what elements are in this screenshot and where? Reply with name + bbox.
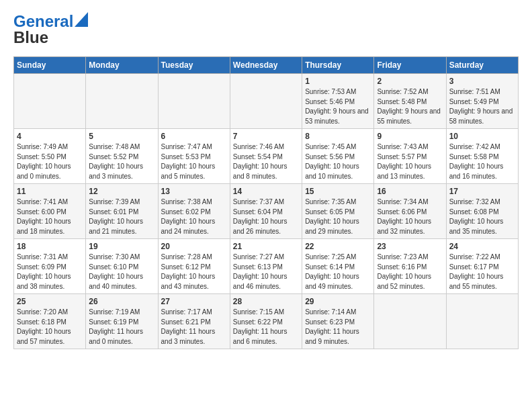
day-info: Sunrise: 7:19 AMSunset: 6:19 PMDaylight:… <box>89 308 154 347</box>
calendar-table: SundayMondayTuesdayWednesdayThursdayFrid… <box>13 56 519 349</box>
calendar-cell: 28Sunrise: 7:15 AMSunset: 6:22 PMDayligh… <box>230 294 302 349</box>
day-info: Sunrise: 7:35 AMSunset: 6:05 PMDaylight:… <box>305 197 371 236</box>
calendar-cell: 20Sunrise: 7:28 AMSunset: 6:12 PMDayligh… <box>158 239 230 294</box>
calendar-cell: 19Sunrise: 7:30 AMSunset: 6:10 PMDayligh… <box>86 239 158 294</box>
day-info: Sunrise: 7:47 AMSunset: 5:53 PMDaylight:… <box>161 142 227 181</box>
day-number: 21 <box>233 242 299 251</box>
calendar-cell: 4Sunrise: 7:49 AMSunset: 5:50 PMDaylight… <box>14 129 86 184</box>
day-info: Sunrise: 7:39 AMSunset: 6:01 PMDaylight:… <box>89 197 154 236</box>
day-info: Sunrise: 7:37 AMSunset: 6:04 PMDaylight:… <box>233 197 299 236</box>
day-info: Sunrise: 7:48 AMSunset: 5:52 PMDaylight:… <box>89 142 154 181</box>
header-day-monday: Monday <box>86 57 158 74</box>
logo-blue: Blue <box>13 28 88 47</box>
day-number: 22 <box>305 242 371 251</box>
day-number: 27 <box>161 297 227 306</box>
day-number: 10 <box>449 132 515 141</box>
day-number: 23 <box>377 242 443 251</box>
day-number: 8 <box>305 132 371 141</box>
header-day-thursday: Thursday <box>302 57 374 74</box>
day-number: 1 <box>305 77 371 86</box>
day-number: 19 <box>89 242 154 251</box>
calendar-cell: 27Sunrise: 7:17 AMSunset: 6:21 PMDayligh… <box>158 294 230 349</box>
week-row-0: 1Sunrise: 7:53 AMSunset: 5:46 PMDaylight… <box>14 74 519 129</box>
calendar-cell: 29Sunrise: 7:14 AMSunset: 6:23 PMDayligh… <box>302 294 374 349</box>
calendar-cell: 5Sunrise: 7:48 AMSunset: 5:52 PMDaylight… <box>86 129 158 184</box>
calendar-cell <box>374 294 446 349</box>
day-number: 7 <box>233 132 299 141</box>
day-info: Sunrise: 7:43 AMSunset: 5:57 PMDaylight:… <box>377 142 443 181</box>
day-info: Sunrise: 7:38 AMSunset: 6:02 PMDaylight:… <box>161 197 227 236</box>
calendar-header-row: SundayMondayTuesdayWednesdayThursdayFrid… <box>14 57 519 74</box>
day-info: Sunrise: 7:15 AMSunset: 6:22 PMDaylight:… <box>233 308 299 347</box>
calendar-cell: 1Sunrise: 7:53 AMSunset: 5:46 PMDaylight… <box>302 74 374 129</box>
calendar-cell: 15Sunrise: 7:35 AMSunset: 6:05 PMDayligh… <box>302 184 374 239</box>
day-number: 16 <box>377 187 443 196</box>
day-number: 26 <box>89 297 154 306</box>
calendar-cell: 14Sunrise: 7:37 AMSunset: 6:04 PMDayligh… <box>230 184 302 239</box>
calendar-cell: 7Sunrise: 7:46 AMSunset: 5:54 PMDaylight… <box>230 129 302 184</box>
calendar-cell <box>446 294 518 349</box>
day-number: 28 <box>233 297 299 306</box>
week-row-4: 25Sunrise: 7:20 AMSunset: 6:18 PMDayligh… <box>14 294 519 349</box>
day-number: 9 <box>377 132 443 141</box>
day-number: 2 <box>377 77 443 86</box>
day-info: Sunrise: 7:34 AMSunset: 6:06 PMDaylight:… <box>377 197 443 236</box>
day-info: Sunrise: 7:52 AMSunset: 5:48 PMDaylight:… <box>377 87 443 126</box>
header: General Blue <box>13 12 519 47</box>
day-number: 13 <box>161 187 227 196</box>
day-info: Sunrise: 7:25 AMSunset: 6:14 PMDaylight:… <box>305 253 371 291</box>
day-info: Sunrise: 7:17 AMSunset: 6:21 PMDaylight:… <box>161 308 227 347</box>
calendar-cell: 11Sunrise: 7:41 AMSunset: 6:00 PMDayligh… <box>14 184 86 239</box>
day-info: Sunrise: 7:46 AMSunset: 5:54 PMDaylight:… <box>233 142 299 181</box>
calendar-cell: 26Sunrise: 7:19 AMSunset: 6:19 PMDayligh… <box>86 294 158 349</box>
calendar-cell: 18Sunrise: 7:31 AMSunset: 6:09 PMDayligh… <box>14 239 86 294</box>
week-row-2: 11Sunrise: 7:41 AMSunset: 6:00 PMDayligh… <box>14 184 519 239</box>
week-row-1: 4Sunrise: 7:49 AMSunset: 5:50 PMDaylight… <box>14 129 519 184</box>
day-number: 18 <box>17 242 83 251</box>
day-number: 3 <box>449 77 515 86</box>
calendar-cell: 8Sunrise: 7:45 AMSunset: 5:56 PMDaylight… <box>302 129 374 184</box>
day-info: Sunrise: 7:53 AMSunset: 5:46 PMDaylight:… <box>305 87 371 126</box>
day-number: 12 <box>89 187 154 196</box>
day-info: Sunrise: 7:49 AMSunset: 5:50 PMDaylight:… <box>17 142 83 181</box>
header-day-wednesday: Wednesday <box>230 57 302 74</box>
svg-marker-0 <box>75 12 88 27</box>
day-info: Sunrise: 7:51 AMSunset: 5:49 PMDaylight:… <box>449 87 515 126</box>
calendar-cell: 16Sunrise: 7:34 AMSunset: 6:06 PMDayligh… <box>374 184 446 239</box>
logo: General Blue <box>13 12 88 47</box>
header-day-saturday: Saturday <box>446 57 518 74</box>
day-number: 29 <box>305 297 371 306</box>
logo-icon <box>75 12 88 27</box>
day-info: Sunrise: 7:45 AMSunset: 5:56 PMDaylight:… <box>305 142 371 181</box>
day-number: 24 <box>449 242 515 251</box>
day-number: 6 <box>161 132 227 141</box>
day-info: Sunrise: 7:28 AMSunset: 6:12 PMDaylight:… <box>161 253 227 291</box>
day-info: Sunrise: 7:23 AMSunset: 6:16 PMDaylight:… <box>377 253 443 291</box>
logo-text-block: General Blue <box>13 12 88 47</box>
calendar-cell: 23Sunrise: 7:23 AMSunset: 6:16 PMDayligh… <box>374 239 446 294</box>
calendar-cell <box>14 74 86 129</box>
day-info: Sunrise: 7:20 AMSunset: 6:18 PMDaylight:… <box>17 308 83 347</box>
day-info: Sunrise: 7:27 AMSunset: 6:13 PMDaylight:… <box>233 253 299 291</box>
calendar-cell: 24Sunrise: 7:22 AMSunset: 6:17 PMDayligh… <box>446 239 518 294</box>
day-info: Sunrise: 7:30 AMSunset: 6:10 PMDaylight:… <box>89 253 154 291</box>
calendar-cell <box>230 74 302 129</box>
day-number: 5 <box>89 132 154 141</box>
header-day-tuesday: Tuesday <box>158 57 230 74</box>
calendar-cell: 25Sunrise: 7:20 AMSunset: 6:18 PMDayligh… <box>14 294 86 349</box>
calendar-cell: 21Sunrise: 7:27 AMSunset: 6:13 PMDayligh… <box>230 239 302 294</box>
calendar-cell: 22Sunrise: 7:25 AMSunset: 6:14 PMDayligh… <box>302 239 374 294</box>
day-info: Sunrise: 7:42 AMSunset: 5:58 PMDaylight:… <box>449 142 515 181</box>
day-number: 4 <box>17 132 83 141</box>
day-number: 15 <box>305 187 371 196</box>
day-info: Sunrise: 7:22 AMSunset: 6:17 PMDaylight:… <box>449 253 515 291</box>
calendar-cell: 10Sunrise: 7:42 AMSunset: 5:58 PMDayligh… <box>446 129 518 184</box>
day-number: 17 <box>449 187 515 196</box>
calendar-cell: 12Sunrise: 7:39 AMSunset: 6:01 PMDayligh… <box>86 184 158 239</box>
calendar-cell: 13Sunrise: 7:38 AMSunset: 6:02 PMDayligh… <box>158 184 230 239</box>
calendar-cell: 9Sunrise: 7:43 AMSunset: 5:57 PMDaylight… <box>374 129 446 184</box>
day-info: Sunrise: 7:32 AMSunset: 6:08 PMDaylight:… <box>449 197 515 236</box>
calendar-cell: 17Sunrise: 7:32 AMSunset: 6:08 PMDayligh… <box>446 184 518 239</box>
day-number: 20 <box>161 242 227 251</box>
calendar-cell <box>158 74 230 129</box>
